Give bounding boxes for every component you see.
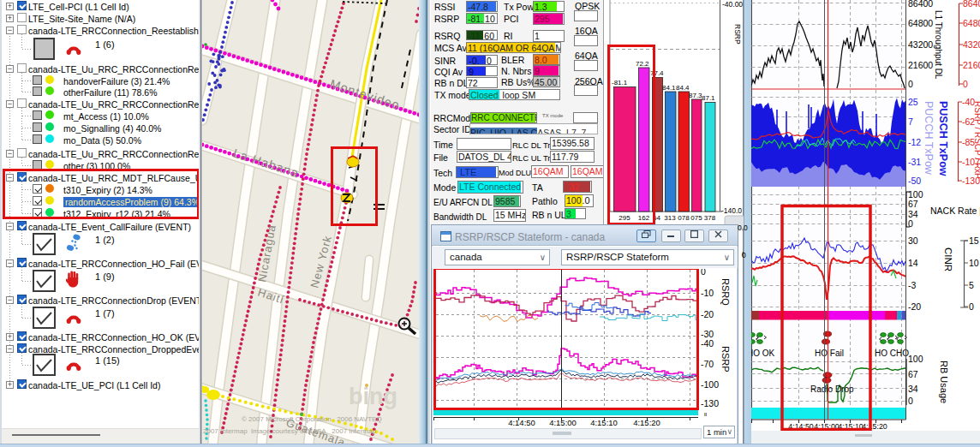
svg-text:078: 078 xyxy=(678,214,690,222)
svg-text:378: 378 xyxy=(704,214,716,222)
svg-text:0: 0 xyxy=(963,79,968,89)
svg-text:43200: 43200 xyxy=(963,39,980,50)
svg-text:100: 100 xyxy=(908,354,923,364)
svg-text:-70: -70 xyxy=(701,359,714,369)
svg-text:64800: 64800 xyxy=(963,18,980,28)
svg-text:4:14:50: 4:14:50 xyxy=(508,418,535,427)
svg-text:4:15:20: 4:15:20 xyxy=(633,418,660,427)
svg-text:RSRQ: RSRQ xyxy=(720,278,731,306)
svg-text:4:15:00: 4:15:00 xyxy=(549,418,577,427)
svg-text:67: 67 xyxy=(908,199,918,209)
svg-text:7: 7 xyxy=(908,116,913,127)
svg-text:NACK Rate [%]: NACK Rate [%] xyxy=(930,206,980,216)
svg-text:21600: 21600 xyxy=(963,60,980,70)
svg-text:CINR: CINR xyxy=(943,247,953,271)
svg-text:HO CHO: HO CHO xyxy=(875,349,909,358)
svg-text:87.1: 87.1 xyxy=(702,94,715,102)
svg-text:86400: 86400 xyxy=(963,0,980,9)
svg-text:0: 0 xyxy=(908,396,913,406)
svg-text:-50: -50 xyxy=(908,176,921,186)
svg-text:bing: bing xyxy=(349,384,397,409)
svg-text:L1 Throughput DL: L1 Throughput DL xyxy=(934,10,943,80)
svg-text:43200: 43200 xyxy=(908,39,933,50)
svg-text:-20: -20 xyxy=(701,309,714,319)
svg-text:64800: 64800 xyxy=(908,18,933,28)
svg-text:RSRP: RSRP xyxy=(720,346,731,372)
svg-text:-3: -3 xyxy=(908,280,916,290)
svg-text:RSRP: RSRP xyxy=(733,24,742,45)
svg-text:15: 15 xyxy=(969,235,979,246)
svg-text:2007 Intermap Image courtesy: 2007 Intermap Image courtesy of NASA 200… xyxy=(203,427,376,435)
svg-text:30: 30 xyxy=(908,235,918,246)
svg-text:0: 0 xyxy=(701,269,706,277)
svg-text:313: 313 xyxy=(664,214,676,222)
svg-text:-12: -12 xyxy=(908,137,921,147)
svg-text:34: 34 xyxy=(908,384,918,394)
svg-text:-31: -31 xyxy=(908,157,921,167)
svg-text:21600: 21600 xyxy=(908,60,933,70)
svg-text:PUSCH TxPow: PUSCH TxPow xyxy=(937,101,949,176)
svg-text:-20: -20 xyxy=(908,301,921,312)
svg-text:075: 075 xyxy=(690,214,702,222)
svg-text:67: 67 xyxy=(908,369,918,379)
svg-text:-40: -40 xyxy=(701,338,714,349)
svg-text:14: 14 xyxy=(908,258,918,268)
svg-text:-10: -10 xyxy=(701,288,714,298)
svg-text:-140.0: -140.0 xyxy=(721,206,742,215)
svg-text:-40.00: -40.00 xyxy=(722,0,743,9)
svg-text:PUCCH TxPow: PUCCH TxPow xyxy=(923,101,935,176)
svg-text:10: 10 xyxy=(969,258,979,268)
svg-text:84.1: 84.1 xyxy=(662,84,676,92)
svg-text:HO OK: HO OK xyxy=(751,349,775,358)
svg-text:87.3: 87.3 xyxy=(689,92,702,99)
svg-text:ιι: ιι xyxy=(704,411,708,417)
svg-text:HO Fail: HO Fail xyxy=(815,349,844,358)
svg-text:72.2: 72.2 xyxy=(636,60,649,68)
svg-text:Radio Drop: Radio Drop xyxy=(810,384,854,394)
svg-text:RB Usage: RB Usage xyxy=(939,361,949,403)
svg-text:4:15:10: 4:15:10 xyxy=(590,418,618,427)
svg-text:RSRP / RSCP / RxP: RSRP / RSCP / RxP xyxy=(973,101,980,179)
svg-text:295: 295 xyxy=(618,214,630,222)
svg-text:0: 0 xyxy=(908,79,913,89)
svg-text:-130: -130 xyxy=(701,398,719,408)
svg-text:0: 0 xyxy=(969,301,974,312)
svg-text:162: 162 xyxy=(638,214,650,222)
svg-text:84.4: 84.4 xyxy=(676,84,690,92)
svg-text:5: 5 xyxy=(969,280,974,290)
svg-text:© 2007 Microsoft Corporation: © 2007 Microsoft Corporation 2006 NAVTEQ xyxy=(242,415,382,423)
svg-text:-100: -100 xyxy=(701,379,719,390)
svg-text:86400: 86400 xyxy=(908,0,933,9)
svg-text:77.4: 77.4 xyxy=(650,69,664,77)
svg-text:-81.1: -81.1 xyxy=(612,79,628,86)
svg-text:25: 25 xyxy=(908,97,918,107)
